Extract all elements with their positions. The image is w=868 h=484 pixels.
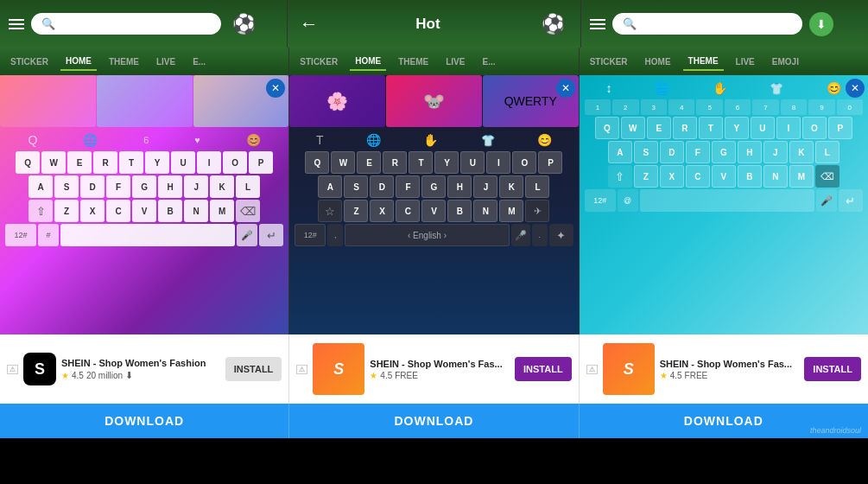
key-i-1[interactable]: I xyxy=(197,151,221,174)
kb2-emoji-icon[interactable]: 😊 xyxy=(537,133,552,147)
key-0-3[interactable]: 0 xyxy=(837,99,863,115)
panel2-close-button[interactable]: ✕ xyxy=(556,79,575,98)
shift-key-3[interactable]: ⇧ xyxy=(608,165,632,188)
enter-key-3[interactable]: ↵ xyxy=(839,189,863,212)
comma-key-2[interactable]: , xyxy=(327,224,343,246)
key-f-3[interactable]: F xyxy=(686,141,710,163)
mic-key-1[interactable]: 🎤 xyxy=(237,224,257,246)
key-f-2[interactable]: F xyxy=(396,175,420,198)
key-z-1[interactable]: Z xyxy=(54,200,79,222)
key-j-2[interactable]: J xyxy=(473,175,497,198)
key-e-1[interactable]: E xyxy=(67,151,92,174)
space-key-2[interactable]: ‹ English › xyxy=(345,224,509,246)
key-v-1[interactable]: V xyxy=(132,200,156,222)
key-2-3[interactable]: 2 xyxy=(612,99,638,115)
num-key-3[interactable]: 12# xyxy=(585,189,616,212)
key-l-2[interactable]: L xyxy=(525,175,549,198)
key-w-1[interactable]: W xyxy=(41,151,66,174)
key-n-3[interactable]: N xyxy=(763,165,788,188)
key-s-3[interactable]: S xyxy=(634,141,658,163)
install-button-2[interactable]: INSTALL xyxy=(515,357,572,381)
kb1-emoji-icon[interactable]: 😊 xyxy=(246,133,261,147)
key-l-1[interactable]: L xyxy=(236,175,260,198)
kb1-globe-icon[interactable]: 🌐 xyxy=(83,133,98,147)
mic-key-2[interactable]: 🎤 xyxy=(511,224,530,246)
key-w-3[interactable]: W xyxy=(621,117,645,139)
tab-home-1[interactable]: HOME xyxy=(60,53,97,71)
tab-home-3[interactable]: HOME xyxy=(640,54,676,70)
kb3-emoji-icon[interactable]: 😊 xyxy=(827,81,841,95)
key-v-2[interactable]: V xyxy=(421,200,446,222)
kb2-globe-icon[interactable]: 🌐 xyxy=(366,133,381,147)
key-p-2[interactable]: P xyxy=(538,151,562,174)
key-n-1[interactable]: N xyxy=(184,200,208,222)
key-x-1[interactable]: X xyxy=(80,200,105,222)
key-z-3[interactable]: Z xyxy=(634,165,658,188)
tab-live-1[interactable]: LIVE xyxy=(151,54,181,70)
key-m-3[interactable]: M xyxy=(789,165,814,188)
num-key-1[interactable]: 12# xyxy=(5,224,36,246)
key-r-2[interactable]: R xyxy=(383,151,407,174)
key-y-2[interactable]: Y xyxy=(434,151,459,174)
key-y-3[interactable]: Y xyxy=(725,117,749,139)
enter-key-1[interactable]: ↵ xyxy=(259,224,283,246)
num-key-2[interactable]: 12# xyxy=(295,224,326,246)
key-r-3[interactable]: R xyxy=(673,117,697,139)
at-key-1[interactable]: # xyxy=(38,224,59,246)
space-key-1[interactable] xyxy=(60,224,235,246)
key-u-3[interactable]: U xyxy=(751,117,775,139)
key-e-3[interactable]: E xyxy=(647,117,671,139)
install-button-3[interactable]: INSTALL xyxy=(804,357,861,381)
install-button-1[interactable]: INSTALL xyxy=(225,357,282,381)
backspace-key-3[interactable]: ⌫ xyxy=(815,165,839,188)
key-g-1[interactable]: G xyxy=(132,175,156,198)
download-button-2[interactable]: DOWNLOAD xyxy=(289,404,579,438)
key-4-3[interactable]: 4 xyxy=(668,99,694,115)
key-o-1[interactable]: O xyxy=(223,151,247,174)
panel1-search-input[interactable]: Cool xyxy=(60,17,211,30)
key-x-3[interactable]: X xyxy=(660,165,684,188)
key-6-3[interactable]: 6 xyxy=(725,99,751,115)
key-q-2[interactable]: Q xyxy=(305,151,329,174)
period-key-2[interactable]: . xyxy=(532,224,548,246)
key-k-2[interactable]: K xyxy=(499,175,523,198)
tab-live-2[interactable]: LIVE xyxy=(440,54,470,70)
key-c-1[interactable]: C xyxy=(106,200,130,222)
shift-key-1[interactable]: ⇧ xyxy=(29,200,53,222)
tab-theme-1[interactable]: THEME xyxy=(104,54,144,70)
tab-more-1[interactable]: E... xyxy=(187,54,211,70)
key-m-2[interactable]: M xyxy=(499,200,523,222)
panel3-search-bar[interactable]: 🔍 Gold xyxy=(612,13,802,35)
key-o-2[interactable]: O xyxy=(512,151,536,174)
key-s-2[interactable]: S xyxy=(344,175,368,198)
tab-theme-2[interactable]: THEME xyxy=(393,54,434,70)
key-k-3[interactable]: K xyxy=(789,141,814,163)
key-j-1[interactable]: J xyxy=(184,175,208,198)
key-z-2[interactable]: Z xyxy=(344,200,368,222)
key-7-3[interactable]: 7 xyxy=(752,99,778,115)
download-button-1[interactable]: DOWNLOAD xyxy=(0,404,289,438)
key-a-1[interactable]: A xyxy=(29,175,53,198)
key-b-2[interactable]: B xyxy=(447,200,472,222)
key-n-2[interactable]: N xyxy=(473,200,497,222)
key-p-3[interactable]: P xyxy=(828,117,852,139)
key-a-3[interactable]: A xyxy=(608,141,632,163)
key-9-3[interactable]: 9 xyxy=(808,99,834,115)
key-q-1[interactable]: Q xyxy=(16,151,40,174)
key-d-2[interactable]: D xyxy=(370,175,394,198)
tab-home-2[interactable]: HOME xyxy=(350,53,386,71)
key-8-3[interactable]: 8 xyxy=(781,99,807,115)
tab-sticker-3[interactable]: STICKER xyxy=(585,54,633,70)
panel3-close-button[interactable]: ✕ xyxy=(846,79,865,98)
key-m-1[interactable]: M xyxy=(210,200,234,222)
key-c-2[interactable]: C xyxy=(396,200,420,222)
hamburger-menu-2-icon[interactable] xyxy=(590,19,605,29)
key-a-2[interactable]: A xyxy=(318,175,342,198)
key-t-2[interactable]: T xyxy=(409,151,433,174)
key-s-1[interactable]: S xyxy=(54,175,79,198)
key-g-2[interactable]: G xyxy=(421,175,446,198)
key-g-3[interactable]: G xyxy=(712,141,736,163)
key-y-1[interactable]: Y xyxy=(145,151,169,174)
key-c-3[interactable]: C xyxy=(686,165,710,188)
key-b-3[interactable]: B xyxy=(738,165,762,188)
